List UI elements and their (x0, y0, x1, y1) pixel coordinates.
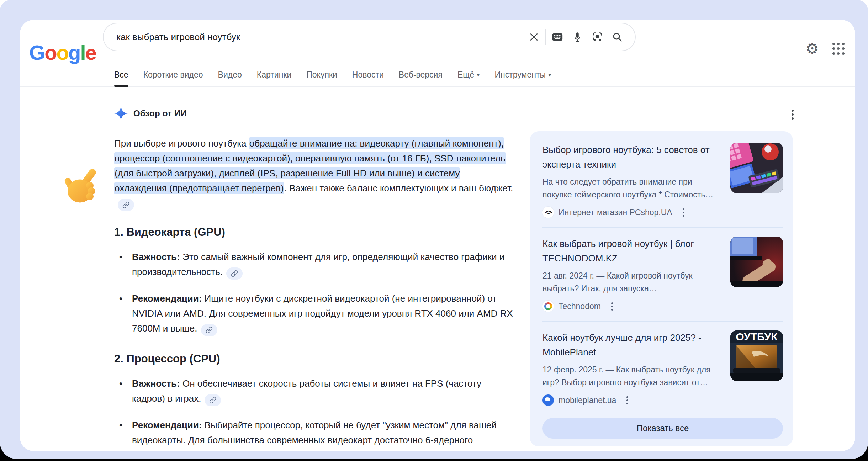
ai-sparkle-icon (114, 107, 128, 120)
result-thumbnail[interactable]: ОУТБУК (730, 330, 783, 381)
tab-short-videos[interactable]: Короткие видео (143, 63, 203, 86)
search-bar[interactable] (103, 23, 636, 51)
citation-chip[interactable] (118, 199, 134, 211)
citation-chip[interactable] (205, 394, 221, 406)
search-results-page: Google ⚙ Все (20, 20, 855, 451)
sources-panel: Выбор игрового ноутбука: 5 советов от эк… (530, 131, 793, 446)
bullet-item: Важность: Это самый важный компонент для… (114, 249, 513, 280)
search-divider (545, 29, 546, 45)
bullet-item: Рекомендации: Выбирайте процессор, котор… (114, 418, 513, 451)
mobileplanet-favicon (542, 394, 554, 406)
bullet-text: Он обеспечивает скорость работы системы … (132, 378, 481, 404)
logo-letter: l (80, 41, 85, 64)
result-menu-icon[interactable] (626, 396, 628, 404)
pcshop-favicon: <> (542, 207, 554, 218)
chevron-down-icon: ▾ (548, 71, 551, 79)
result-source: mobileplanet.ua (559, 396, 616, 405)
logo-letter: g (68, 41, 80, 64)
cpu-bullet-list: Важность: Он обеспечивает скорость работ… (114, 376, 513, 451)
ai-overview-menu-icon[interactable] (785, 107, 800, 122)
clear-icon[interactable] (524, 27, 544, 47)
search-icon[interactable] (607, 27, 627, 47)
result-menu-icon[interactable] (683, 208, 684, 217)
tab-shopping[interactable]: Покупки (306, 63, 337, 86)
result-title[interactable]: Какой ноутбук лучше для игр 2025? - Mobi… (542, 330, 722, 360)
result-menu-icon[interactable] (611, 302, 613, 311)
ai-overview-label: Обзор от ИИ (133, 108, 187, 118)
bullet-label: Рекомендации: (132, 420, 202, 430)
chevron-down-icon: ▾ (477, 71, 480, 79)
settings-gear-icon[interactable]: ⚙ (805, 41, 819, 56)
bullet-label: Важность: (132, 378, 180, 389)
ai-overview: Обзор от ИИ При выборе игрового ноутбука… (114, 107, 513, 451)
google-logo[interactable]: Google (29, 41, 96, 64)
ai-overview-paragraph: При выборе игрового ноутбука обращайте в… (114, 136, 513, 211)
thumbnail-text: ОУТБУК (736, 331, 778, 343)
tab-tools[interactable]: Инструменты▾ (495, 63, 551, 86)
logo-letter: o (57, 41, 68, 64)
section-heading-gpu: 1. Видеокарта (GPU) (114, 226, 513, 239)
section-heading-cpu: 2. Процессор (CPU) (114, 353, 513, 365)
result-source: Technodom (559, 302, 601, 311)
lens-icon[interactable] (587, 27, 607, 47)
citation-chip[interactable] (201, 324, 217, 336)
technodom-favicon (542, 301, 554, 312)
logo-letter: e (85, 41, 96, 64)
bullet-label: Рекомендации: (132, 293, 202, 304)
tab-images[interactable]: Картинки (257, 63, 291, 86)
result-title[interactable]: Как выбрать игровой ноутбук | блог TECHN… (542, 237, 722, 266)
logo-letter: o (44, 41, 56, 64)
tab-web[interactable]: Веб-версия (399, 63, 443, 86)
bullet-text: Это самый важный компонент для игр, опре… (132, 251, 504, 277)
result-thumbnail[interactable] (730, 237, 783, 287)
bullet-item: Рекомендации: Ищите ноутбуки с дискретно… (114, 291, 513, 336)
mic-icon[interactable] (567, 27, 587, 47)
keyboard-icon[interactable] (547, 27, 567, 47)
tab-news[interactable]: Новости (352, 63, 384, 86)
tab-all[interactable]: Все (114, 63, 128, 86)
result-thumbnail[interactable] (730, 143, 783, 193)
result-snippet: 21 авг. 2024 г. — Какой игровой ноутбук … (542, 269, 722, 295)
source-card[interactable]: Выбор игрового ноутбука: 5 советов от эк… (542, 134, 783, 227)
result-tabs: Все Короткие видео Видео Картинки Покупк… (20, 63, 855, 87)
source-card[interactable]: Какой ноутбук лучше для игр 2025? - Mobi… (542, 321, 783, 415)
result-snippet: 12 февр. 2025 г. — Как выбрать ноутбук д… (542, 363, 722, 389)
bullet-label: Важность: (132, 251, 180, 262)
show-all-button[interactable]: Показать все (542, 418, 783, 439)
tab-videos[interactable]: Видео (218, 63, 242, 86)
apps-grid-icon[interactable] (832, 43, 845, 55)
result-snippet: На что следует обратить внимание при пок… (542, 175, 722, 201)
search-input[interactable] (104, 32, 524, 43)
logo-letter: G (29, 41, 44, 64)
source-card[interactable]: Как выбрать игровой ноутбук | блог TECHN… (542, 227, 783, 321)
gpu-bullet-list: Важность: Это самый важный компонент для… (114, 249, 513, 336)
result-title[interactable]: Выбор игрового ноутбука: 5 советов от эк… (542, 143, 722, 172)
bullet-item: Важность: Он обеспечивает скорость работ… (114, 376, 513, 406)
paragraph-text: . Важен также баланс комплектующих и ваш… (284, 183, 513, 194)
paragraph-text: При выборе игрового ноутбука (114, 138, 249, 149)
result-source: Интернет-магазин PCshop.UA (559, 208, 672, 217)
pointing-hand-emoji (63, 165, 104, 206)
citation-chip[interactable] (226, 267, 243, 280)
tab-more[interactable]: Ещё▾ (457, 63, 480, 86)
